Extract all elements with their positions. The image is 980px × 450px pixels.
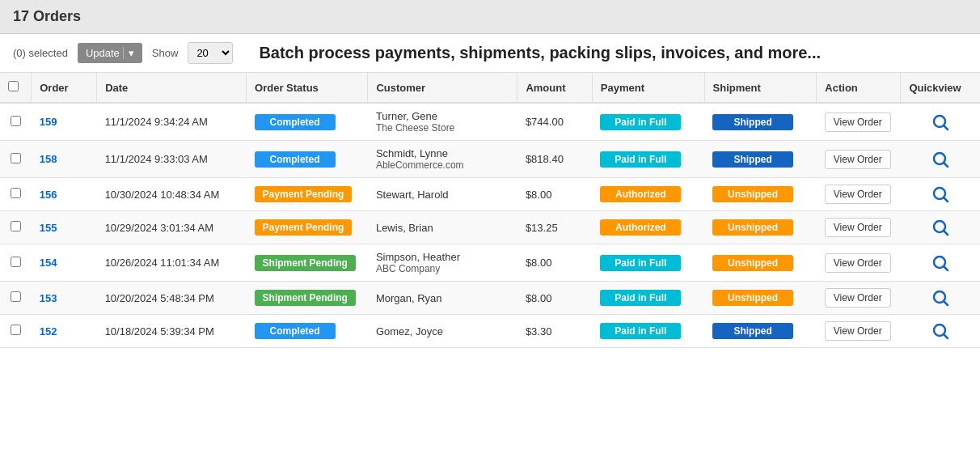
- quickview-icon[interactable]: [909, 185, 972, 203]
- order-link[interactable]: 159: [40, 116, 57, 128]
- customer-name: Lewis, Brian: [376, 222, 509, 234]
- action-cell: View Order: [817, 244, 901, 282]
- amount-cell: $744.00: [517, 103, 592, 141]
- customer-cell: Morgan, Ryan: [368, 282, 517, 315]
- col-header-action: Action: [817, 73, 901, 103]
- order-link[interactable]: 156: [40, 189, 57, 201]
- customer-cell: Schmidt, Lynne AbleCommerce.com: [368, 141, 517, 178]
- show-select[interactable]: 20 50 100: [188, 42, 233, 64]
- action-cell: View Order: [817, 141, 901, 178]
- row-checkbox[interactable]: [11, 116, 21, 126]
- payment-cell: Paid in Full: [592, 103, 704, 141]
- select-all-checkbox[interactable]: [8, 81, 19, 91]
- quickview-icon[interactable]: [909, 289, 972, 307]
- col-header-quickview: Quickview: [901, 73, 980, 103]
- shipment-badge: Unshipped: [712, 255, 793, 271]
- payment-badge: Paid in Full: [600, 290, 681, 306]
- order-date-cell: 10/26/2024 11:01:34 AM: [97, 244, 247, 282]
- update-dropdown-caret[interactable]: ▾: [123, 47, 134, 59]
- customer-name: Turner, Gene: [376, 110, 509, 122]
- order-status-badge: Payment Pending: [255, 186, 353, 202]
- row-checkbox[interactable]: [11, 153, 21, 163]
- action-cell: View Order: [817, 315, 901, 348]
- row-checkbox[interactable]: [11, 221, 21, 231]
- view-order-button[interactable]: View Order: [825, 150, 891, 169]
- payment-badge: Paid in Full: [600, 255, 681, 271]
- shipment-badge: Shipped: [712, 114, 793, 130]
- view-order-button[interactable]: View Order: [825, 112, 891, 132]
- payment-cell: Authorized: [592, 178, 704, 211]
- col-header-payment: Payment: [592, 73, 704, 103]
- shipment-badge: Shipped: [712, 151, 793, 168]
- shipment-cell: Unshipped: [704, 244, 817, 282]
- page-title: 17 Orders: [0, 0, 980, 34]
- svg-line-11: [944, 302, 948, 306]
- payment-cell: Paid in Full: [592, 282, 704, 315]
- table-row: 153 10/20/2024 5:48:34 PM Shipment Pendi…: [0, 282, 980, 315]
- order-status-cell: Completed: [247, 315, 368, 348]
- shipment-cell: Unshipped: [704, 178, 817, 211]
- customer-cell: Gomez, Joyce: [368, 315, 517, 348]
- amount-cell: $3.30: [517, 315, 592, 348]
- svg-line-13: [944, 335, 948, 339]
- payment-cell: Paid in Full: [592, 141, 704, 178]
- customer-name: Morgan, Ryan: [376, 292, 509, 304]
- quickview-icon[interactable]: [909, 151, 972, 168]
- order-id-cell: 152: [32, 315, 97, 348]
- shipment-cell: Shipped: [704, 103, 817, 141]
- order-status-badge: Completed: [255, 323, 336, 339]
- order-link[interactable]: 155: [40, 222, 57, 234]
- shipment-badge: Unshipped: [712, 290, 793, 306]
- row-checkbox-cell: [0, 244, 32, 282]
- order-date-cell: 10/18/2024 5:39:34 PM: [97, 315, 247, 348]
- customer-cell: Simpson, Heather ABC Company: [368, 244, 517, 282]
- quickview-icon[interactable]: [909, 219, 972, 236]
- order-link[interactable]: 158: [40, 153, 57, 165]
- payment-cell: Paid in Full: [592, 244, 704, 282]
- row-checkbox-cell: [0, 103, 32, 141]
- svg-line-7: [944, 231, 948, 236]
- action-cell: View Order: [817, 178, 901, 211]
- quickview-cell: [901, 315, 980, 348]
- quickview-icon[interactable]: [909, 113, 972, 131]
- svg-line-1: [944, 125, 948, 129]
- customer-company: AbleCommerce.com: [376, 159, 509, 171]
- quickview-icon[interactable]: [909, 254, 972, 272]
- quickview-icon[interactable]: [909, 322, 972, 340]
- svg-line-3: [944, 163, 948, 167]
- view-order-button[interactable]: View Order: [825, 185, 891, 204]
- customer-name: Stewart, Harold: [376, 189, 509, 201]
- payment-badge: Paid in Full: [600, 114, 681, 130]
- order-status-badge: Shipment Pending: [255, 290, 356, 306]
- toolbar: (0) selected Update ▾ Show 20 50 100 Bat…: [0, 34, 980, 73]
- view-order-button[interactable]: View Order: [825, 253, 891, 273]
- shipment-cell: Unshipped: [704, 282, 817, 315]
- row-checkbox[interactable]: [11, 291, 21, 302]
- update-button[interactable]: Update ▾: [78, 43, 142, 63]
- col-header-date: Date: [97, 73, 247, 103]
- shipment-badge: Unshipped: [712, 186, 793, 202]
- svg-line-9: [944, 266, 948, 270]
- row-checkbox[interactable]: [11, 257, 21, 267]
- table-header-row: Order Date Order Status Customer Amount …: [0, 73, 980, 103]
- col-header-order: Order: [32, 73, 97, 103]
- table-row: 156 10/30/2024 10:48:34 AM Payment Pendi…: [0, 178, 980, 211]
- order-id-cell: 155: [32, 211, 97, 244]
- customer-cell: Turner, Gene The Cheese Store: [368, 103, 517, 141]
- view-order-button[interactable]: View Order: [825, 321, 891, 341]
- order-date-cell: 10/20/2024 5:48:34 PM: [97, 282, 247, 315]
- amount-cell: $8.00: [517, 282, 592, 315]
- order-link[interactable]: 152: [40, 325, 57, 338]
- view-order-button[interactable]: View Order: [825, 218, 891, 237]
- row-checkbox[interactable]: [11, 325, 21, 335]
- row-checkbox-cell: [0, 315, 32, 348]
- order-status-cell: Completed: [247, 103, 368, 141]
- amount-cell: $818.40: [517, 141, 592, 178]
- row-checkbox[interactable]: [11, 188, 21, 198]
- order-link[interactable]: 153: [40, 292, 57, 304]
- view-order-button[interactable]: View Order: [825, 288, 891, 308]
- row-checkbox-cell: [0, 141, 32, 178]
- order-date-cell: 11/1/2024 9:33:03 AM: [97, 141, 247, 178]
- table-row: 154 10/26/2024 11:01:34 AM Shipment Pend…: [0, 244, 980, 282]
- order-link[interactable]: 154: [40, 257, 57, 269]
